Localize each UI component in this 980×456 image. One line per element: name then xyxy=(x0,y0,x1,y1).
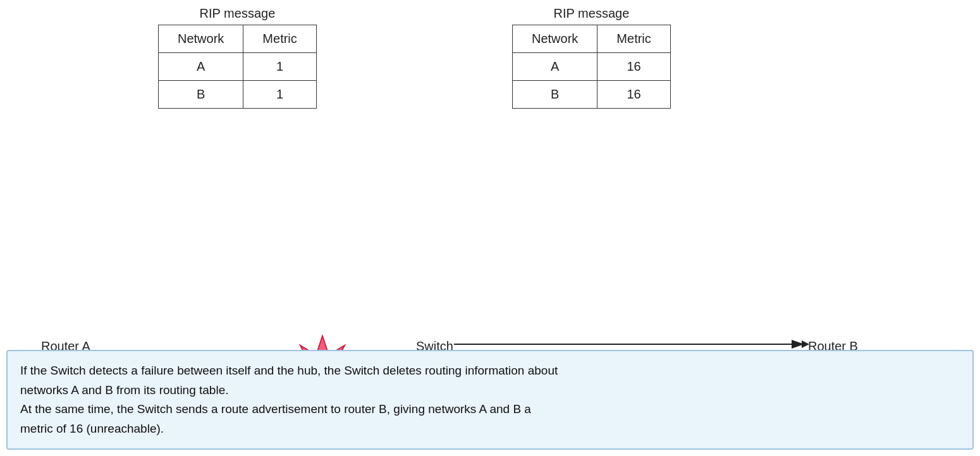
left-table-row2-network: B xyxy=(159,81,243,109)
right-table-row1-metric: 16 xyxy=(597,53,670,81)
info-text-line1: If the Switch detects a failure between … xyxy=(20,364,558,377)
left-table-row2-metric: 1 xyxy=(243,81,316,109)
right-rip-table-block: RIP message Network Metric A 16 B 16 xyxy=(512,6,671,109)
left-table-header-network: Network xyxy=(159,25,243,53)
right-table-title: RIP message xyxy=(554,6,630,21)
right-table-row2-metric: 16 xyxy=(597,81,670,109)
info-box: If the Switch detects a failure between … xyxy=(6,350,974,450)
left-rip-table: Network Metric A 1 B 1 xyxy=(158,25,317,109)
right-table-row1-network: A xyxy=(513,53,597,81)
right-table-header-network: Network xyxy=(513,25,597,53)
info-text-line3: At the same time, the Switch sends a rou… xyxy=(20,402,531,416)
right-table-header-metric: Metric xyxy=(597,25,670,53)
right-rip-table: Network Metric A 16 B 16 xyxy=(512,25,671,109)
left-table-row1-metric: 1 xyxy=(243,53,316,81)
network-diagram: Router A HUB Failu xyxy=(0,164,980,379)
left-table-title: RIP message xyxy=(200,6,276,21)
info-text-line4: metric of 16 (unreachable). xyxy=(20,422,164,435)
info-text-line2: networks A and B from its routing table. xyxy=(20,383,229,397)
left-table-row1-network: A xyxy=(159,53,243,81)
right-table-row2-network: B xyxy=(513,81,597,109)
left-rip-table-block: RIP message Network Metric A 1 B 1 xyxy=(158,6,317,109)
main-container: RIP message Network Metric A 1 B 1 xyxy=(0,0,980,456)
left-table-header-metric: Metric xyxy=(243,25,316,53)
